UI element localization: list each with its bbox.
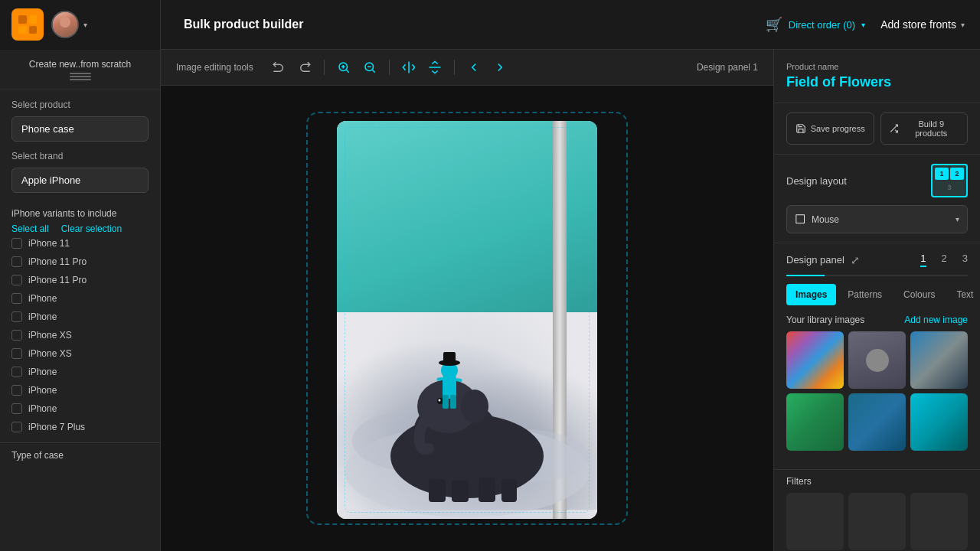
variant-iphone-3: iPhone bbox=[11, 363, 149, 381]
filter-grid bbox=[786, 493, 968, 551]
product-select[interactable]: Phone case bbox=[11, 116, 149, 142]
select-product-section: Select product Phone case bbox=[0, 90, 160, 151]
panel-numbers: 1 2 3 bbox=[920, 253, 968, 267]
variant-iphone11-checkbox[interactable] bbox=[11, 238, 22, 249]
variant-iphone-2-checkbox[interactable] bbox=[11, 311, 22, 322]
select-brand-label: Select brand bbox=[11, 151, 149, 161]
redo-button[interactable] bbox=[295, 57, 315, 77]
create-new-icon bbox=[11, 73, 149, 80]
product-select-value: Phone case bbox=[21, 123, 74, 135]
variant-iphone-1-checkbox[interactable] bbox=[11, 293, 22, 304]
clear-selection-link[interactable]: Clear selection bbox=[61, 223, 122, 234]
layout-grid-selector[interactable]: 1 2 3 bbox=[931, 164, 968, 197]
tool-separator-1 bbox=[324, 60, 325, 75]
filter-3[interactable] bbox=[910, 493, 968, 550]
flip-vertical-button[interactable] bbox=[425, 57, 445, 77]
build-products-button[interactable]: Build 9 products bbox=[880, 112, 969, 145]
library-image-1[interactable] bbox=[786, 331, 844, 389]
tool-separator-2 bbox=[389, 60, 390, 75]
variant-iphone-3-label: iPhone bbox=[28, 367, 57, 377]
direct-order-dropdown-icon: ▾ bbox=[861, 21, 865, 29]
brand-select-value: Apple iPhone bbox=[21, 174, 80, 186]
elephant-artwork bbox=[337, 240, 597, 519]
tab-images[interactable]: Images bbox=[786, 284, 836, 305]
header-right: 🛒 Direct order (0) ▾ Add store fronts ▾ bbox=[750, 16, 980, 33]
zoom-in-button[interactable] bbox=[334, 57, 354, 77]
variant-iphone-5-checkbox[interactable] bbox=[11, 403, 22, 414]
phone-case-canvas[interactable] bbox=[306, 112, 628, 525]
panel-num-3[interactable]: 3 bbox=[962, 253, 968, 267]
canvas-body[interactable] bbox=[161, 86, 773, 551]
svg-rect-27 bbox=[443, 352, 456, 363]
filters-title: Filters bbox=[786, 476, 968, 487]
svg-rect-18 bbox=[479, 478, 495, 502]
mouse-dropdown-icon: ▾ bbox=[956, 215, 959, 223]
select-all-link[interactable]: Select all bbox=[11, 223, 49, 234]
avatar-chevron-icon: ▾ bbox=[83, 21, 87, 29]
panel-tabs: Images Patterns Colours Text bbox=[786, 284, 968, 305]
variant-iphone-4-checkbox[interactable] bbox=[11, 385, 22, 396]
library-title: Your library images bbox=[786, 315, 864, 325]
variant-iphone11pro-1-checkbox[interactable] bbox=[11, 256, 22, 267]
variant-iphone11pro-1: iPhone 11 Pro bbox=[11, 253, 149, 271]
save-progress-button[interactable]: Save progress bbox=[786, 112, 874, 145]
variants-header: iPhone variants to include bbox=[11, 208, 149, 219]
mouse-label: Mouse bbox=[812, 214, 949, 225]
image-editing-toolbar: Image editing tools bbox=[161, 50, 773, 86]
expand-icon[interactable]: ⤢ bbox=[851, 254, 860, 266]
flip-horizontal-button[interactable] bbox=[399, 57, 419, 77]
filter-2[interactable] bbox=[848, 493, 906, 550]
select-product-label: Select product bbox=[11, 99, 149, 110]
svg-rect-21 bbox=[443, 395, 449, 409]
variant-iphone-3-checkbox[interactable] bbox=[11, 367, 22, 377]
avatar-area[interactable]: ▾ bbox=[51, 11, 87, 38]
brand-select[interactable]: Apple iPhone bbox=[11, 168, 149, 193]
layout-header: Design layout 1 2 3 bbox=[786, 164, 968, 197]
direct-order-button[interactable]: 🛒 Direct order (0) ▾ bbox=[766, 16, 865, 33]
variant-iphone-2-label: iPhone bbox=[28, 311, 57, 322]
variant-iphone11pro-2: iPhone 11 Pro bbox=[11, 271, 149, 289]
tab-colours[interactable]: Colours bbox=[893, 284, 945, 305]
variant-iphonexs-2-label: iPhone XS bbox=[28, 348, 72, 359]
variant-iphonexs-1-label: iPhone XS bbox=[28, 330, 72, 341]
design-panel-header: Design panel ⤢ 1 2 3 bbox=[786, 253, 968, 267]
variant-iphone7plus: iPhone 7 Plus bbox=[11, 418, 149, 436]
add-store-dropdown-icon: ▾ bbox=[961, 21, 965, 29]
product-name-section: Product name Field of Flowers bbox=[774, 50, 980, 103]
svg-point-13 bbox=[461, 390, 488, 423]
variant-iphone7plus-checkbox[interactable] bbox=[11, 422, 22, 432]
add-image-link[interactable]: Add new image bbox=[904, 315, 968, 325]
create-new-section[interactable]: Create new..from scratch bbox=[0, 50, 160, 90]
library-image-3[interactable] bbox=[910, 331, 968, 389]
panel-num-2[interactable]: 2 bbox=[942, 253, 947, 267]
tab-patterns[interactable]: Patterns bbox=[838, 284, 892, 305]
variant-iphonexs-1-checkbox[interactable] bbox=[11, 330, 22, 341]
product-name-value: Field of Flowers bbox=[786, 74, 968, 90]
arrow-left-button[interactable] bbox=[464, 57, 484, 77]
svg-rect-16 bbox=[429, 479, 446, 502]
tab-text[interactable]: Text bbox=[946, 284, 980, 305]
avatar bbox=[51, 11, 79, 38]
left-sidebar: Create new..from scratch Select product … bbox=[0, 50, 161, 551]
variant-iphone7plus-label: iPhone 7 Plus bbox=[28, 422, 85, 432]
panel-num-1[interactable]: 1 bbox=[920, 253, 926, 267]
zoom-out-button[interactable] bbox=[360, 57, 380, 77]
variant-iphone11-label: iPhone 11 bbox=[28, 238, 70, 249]
library-image-6[interactable] bbox=[910, 393, 968, 451]
toolbar-tools bbox=[269, 57, 510, 77]
variant-iphonexs-1: iPhone XS bbox=[11, 326, 149, 344]
add-store-button[interactable]: Add store fronts ▾ bbox=[880, 18, 965, 31]
library-image-4[interactable] bbox=[786, 393, 844, 451]
variant-iphone11pro-2-label: iPhone 11 Pro bbox=[28, 275, 87, 285]
arrow-right-button[interactable] bbox=[490, 57, 510, 77]
mouse-layout-select[interactable]: ☐ Mouse ▾ bbox=[786, 205, 968, 233]
design-panel-section: Design panel ⤢ 1 2 3 Images Patterns Col… bbox=[774, 243, 980, 470]
undo-button[interactable] bbox=[269, 57, 289, 77]
library-header: Your library images Add new image bbox=[786, 315, 968, 325]
filter-1[interactable] bbox=[786, 493, 844, 550]
library-image-5[interactable] bbox=[848, 393, 906, 451]
variant-iphone11pro-2-checkbox[interactable] bbox=[11, 275, 22, 285]
variant-iphonexs-2-checkbox[interactable] bbox=[11, 348, 22, 359]
variant-iphone-4: iPhone bbox=[11, 381, 149, 399]
library-image-2[interactable] bbox=[848, 331, 906, 389]
